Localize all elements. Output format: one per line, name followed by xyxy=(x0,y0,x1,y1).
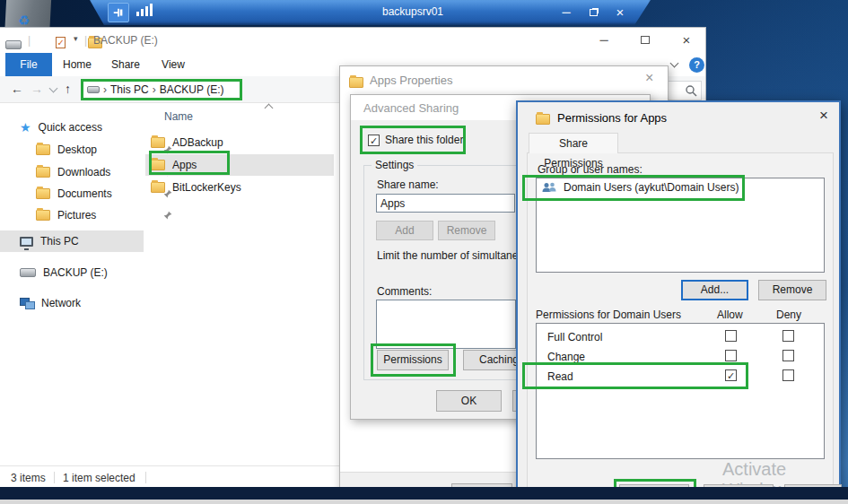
ribbon-collapse-icon[interactable] xyxy=(670,59,679,68)
rdp-title: backupsrv01 xyxy=(359,5,467,18)
ribbon-tab-file[interactable]: File xyxy=(5,53,52,76)
file-row-adbackup[interactable]: ADBackup xyxy=(145,132,334,153)
folder-icon xyxy=(349,77,363,88)
sidebar-item-this-pc[interactable]: This PC xyxy=(20,231,79,251)
share-this-folder-checkbox[interactable] xyxy=(368,135,380,146)
sidebar-item-network[interactable]: Network xyxy=(20,293,81,313)
permission-read: Read xyxy=(547,370,573,383)
sidebar-label: Downloads xyxy=(57,166,110,178)
status-selected-count: 1 item selected xyxy=(63,472,136,484)
folder-icon xyxy=(536,114,550,125)
properties-check-icon[interactable]: ✓ xyxy=(56,37,65,48)
drive-icon xyxy=(5,40,22,49)
allow-column-label: Allow xyxy=(717,308,743,321)
read-allow-checkbox[interactable] xyxy=(725,369,737,381)
permissions-button[interactable]: Permissions xyxy=(377,350,449,370)
explorer-maximize-button[interactable] xyxy=(626,30,664,51)
tab-share-permissions[interactable]: Share Permissions xyxy=(529,133,618,153)
history-dropdown-icon[interactable] xyxy=(49,84,58,93)
sidebar-label: Documents xyxy=(57,187,112,200)
separator: | xyxy=(28,34,31,47)
limit-label: Limit the number of simultaneous xyxy=(377,249,536,262)
breadcrumb-chevron: › xyxy=(153,83,156,96)
change-deny-checkbox[interactable] xyxy=(782,350,794,361)
permission-full-control: Full Control xyxy=(547,331,602,343)
sidebar-item-pictures[interactable]: Pictures xyxy=(36,205,96,225)
rdp-restore-button[interactable] xyxy=(581,3,605,22)
share-name-input[interactable] xyxy=(376,194,515,213)
up-icon[interactable]: ↑ xyxy=(65,82,71,96)
file-name: BitLockerKeys xyxy=(172,181,241,194)
full-control-allow-checkbox[interactable] xyxy=(725,330,737,342)
rdp-close-button[interactable]: × xyxy=(608,3,632,22)
sidebar-label: Network xyxy=(41,297,81,309)
add-button[interactable]: Add xyxy=(376,221,433,240)
status-items-count: 3 items xyxy=(11,472,46,484)
sidebar-item-quick-access[interactable]: ★ Quick access xyxy=(20,117,102,137)
list-item-domain-users[interactable]: Domain Users (aykut\Domain Users) xyxy=(537,178,824,194)
computer-icon xyxy=(20,237,33,247)
close-icon[interactable]: × xyxy=(645,70,653,86)
group-names-list[interactable]: Domain Users (aykut\Domain Users) xyxy=(536,178,825,273)
explorer-titlebar: | ✓ ▾ | BACKUP (E:) ─ × xyxy=(0,28,705,53)
qat-dropdown-icon[interactable]: ▾ xyxy=(74,34,78,43)
screen: ♻ backupsrv01 ─ × | ✓ ▾ | BACKUP (E:) ─ xyxy=(0,0,848,504)
pictures-folder-icon xyxy=(36,210,50,221)
breadcrumb-this-pc[interactable]: This PC xyxy=(110,83,149,96)
explorer-close-button[interactable]: × xyxy=(668,30,705,51)
sidebar-item-backup-drive[interactable]: BACKUP (E:) xyxy=(20,263,108,282)
sidebar-item-desktop[interactable]: Desktop xyxy=(36,140,97,160)
remove-button[interactable]: Remove xyxy=(758,280,826,300)
drive-icon xyxy=(87,86,100,93)
file-row-bitlockerkeys[interactable]: BitLockerKeys xyxy=(145,177,334,198)
permissions-list[interactable]: Full Control Change Read xyxy=(536,323,825,459)
sidebar-label: This PC xyxy=(40,235,79,248)
sort-ascending-icon[interactable] xyxy=(265,104,274,113)
remove-button[interactable]: Remove xyxy=(438,221,495,240)
rdp-pin-button[interactable] xyxy=(108,3,129,22)
separator xyxy=(54,472,55,483)
add-button[interactable]: Add... xyxy=(681,280,748,300)
breadcrumb-backup-drive[interactable]: BACKUP (E:) xyxy=(160,83,224,96)
permissions-dialog: Permissions for Apps × Share Permissions… xyxy=(516,100,841,504)
separator: | xyxy=(84,34,87,47)
deny-column-label: Deny xyxy=(776,308,801,321)
forward-icon[interactable]: → xyxy=(31,82,43,96)
share-this-folder-label: Share this folder xyxy=(385,134,463,146)
full-control-deny-checkbox[interactable] xyxy=(782,330,794,342)
window-title: BACKUP (E:) xyxy=(93,34,158,47)
column-header-name[interactable]: Name xyxy=(164,110,193,123)
host-taskbar-strip xyxy=(0,500,848,504)
close-icon[interactable]: × xyxy=(819,107,828,125)
comments-label: Comments: xyxy=(377,285,432,298)
change-allow-checkbox[interactable] xyxy=(725,350,737,361)
ribbon-tab-home[interactable]: Home xyxy=(56,53,99,76)
explorer-minimize-button[interactable]: ─ xyxy=(585,30,623,51)
permission-change: Change xyxy=(547,351,585,363)
share-name-label: Share name: xyxy=(377,178,439,191)
sidebar-item-documents[interactable]: Documents xyxy=(36,184,112,204)
group-entry: Domain Users (aykut\Domain Users) xyxy=(564,181,739,194)
ok-button[interactable]: OK xyxy=(436,390,502,412)
rdp-minimize-button[interactable]: ─ xyxy=(555,3,578,22)
drive-icon xyxy=(20,268,36,277)
folder-icon xyxy=(151,137,165,148)
file-name: Apps xyxy=(172,159,197,171)
breadcrumb[interactable]: › This PC › BACKUP (E:) xyxy=(81,79,242,100)
rdp-signal-icon xyxy=(136,4,156,22)
read-deny-checkbox[interactable] xyxy=(782,369,794,381)
ribbon-tab-share[interactable]: Share xyxy=(104,53,147,76)
network-icon xyxy=(20,298,34,308)
star-icon: ★ xyxy=(20,120,31,135)
dialog-title: Permissions for Apps xyxy=(557,111,667,125)
ribbon-tab-view[interactable]: View xyxy=(153,53,194,76)
back-icon[interactable]: ← xyxy=(11,82,23,96)
sidebar-item-downloads[interactable]: Downloads xyxy=(36,162,110,182)
sidebar-label: Desktop xyxy=(57,143,97,156)
comments-textarea[interactable] xyxy=(376,300,516,349)
file-row-apps[interactable]: Apps xyxy=(145,154,334,176)
documents-folder-icon xyxy=(36,188,50,199)
help-icon[interactable]: ? xyxy=(689,57,704,73)
folder-icon xyxy=(151,182,165,193)
separator xyxy=(145,472,146,483)
